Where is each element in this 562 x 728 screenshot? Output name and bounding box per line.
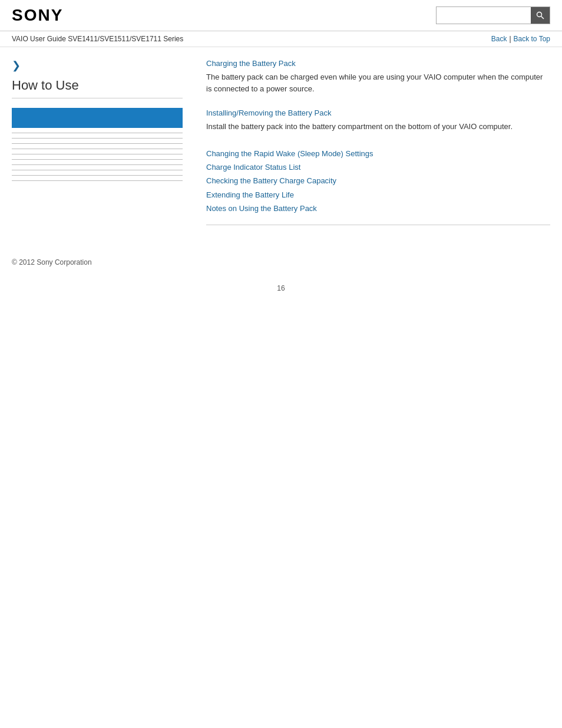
page-number: 16 (0, 278, 562, 298)
active-nav-item[interactable] (12, 108, 183, 128)
sidebar-divider-5 (12, 154, 183, 154)
sidebar-divider-9 (12, 175, 183, 176)
svg-line-1 (541, 17, 544, 19)
search-input[interactable] (437, 7, 531, 24)
main-content: ❯ How to Use Charging the Battery Pack T… (0, 47, 562, 246)
nav-links: Back | Back to Top (491, 35, 550, 43)
sidebar-divider-2 (12, 138, 183, 139)
sidebar-divider-10 (12, 180, 183, 181)
content-divider (206, 225, 550, 225)
section-title: How to Use (12, 78, 183, 98)
installing-section: Installing/Removing the Battery Pack Ins… (206, 108, 550, 133)
sidebar-divider-8 (12, 170, 183, 170)
back-to-top-link[interactable]: Back to Top (514, 35, 550, 43)
sidebar-divider-7 (12, 164, 183, 165)
search-icon (536, 11, 544, 19)
related-link-3[interactable]: Extending the Battery Life (206, 188, 550, 202)
footer: © 2012 Sony Corporation (0, 246, 562, 278)
back-link[interactable]: Back (491, 35, 507, 43)
guide-title: VAIO User Guide SVE1411/SVE1511/SVE1711 … (12, 35, 183, 43)
related-link-1[interactable]: Charge Indicator Status List (206, 160, 550, 174)
search-box (436, 6, 550, 24)
search-button[interactable] (531, 7, 550, 24)
svg-point-0 (537, 12, 542, 17)
related-link-4[interactable]: Notes on Using the Battery Pack (206, 202, 550, 215)
chevron-right-icon: ❯ (12, 59, 183, 72)
sidebar-divider-3 (12, 143, 183, 144)
installing-link[interactable]: Installing/Removing the Battery Pack (206, 108, 550, 117)
charging-description: The battery pack can be charged even whi… (206, 71, 550, 94)
sony-logo: SONY (12, 6, 63, 25)
copyright: © 2012 Sony Corporation (12, 258, 92, 266)
content-area: Charging the Battery Pack The battery pa… (194, 59, 550, 235)
related-links: Changing the Rapid Wake (Sleep Mode) Set… (206, 147, 550, 216)
related-link-2[interactable]: Checking the Battery Charge Capacity (206, 174, 550, 187)
sidebar-divider-1 (12, 133, 183, 133)
related-link-0[interactable]: Changing the Rapid Wake (Sleep Mode) Set… (206, 147, 550, 160)
sidebar: ❯ How to Use (12, 59, 194, 235)
charging-link[interactable]: Charging the Battery Pack (206, 59, 550, 68)
charging-section: Charging the Battery Pack The battery pa… (206, 59, 550, 94)
page-header: SONY (0, 0, 562, 31)
sidebar-divider-6 (12, 159, 183, 160)
installing-description: Install the battery pack into the batter… (206, 121, 550, 133)
nav-bar: VAIO User Guide SVE1411/SVE1511/SVE1711 … (0, 31, 562, 47)
nav-separator: | (509, 35, 511, 43)
sidebar-divider-4 (12, 149, 183, 149)
